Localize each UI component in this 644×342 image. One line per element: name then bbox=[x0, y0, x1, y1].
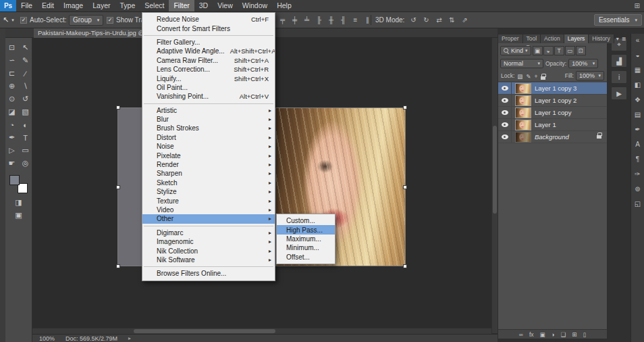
horizontal-scrollbar[interactable] bbox=[32, 328, 491, 334]
path-selection-tool-icon[interactable]: ▷ bbox=[5, 144, 19, 157]
menubar-item-select[interactable]: Select bbox=[140, 0, 169, 11]
filter-menu-item-liquify[interactable]: Liquify...Shift+Ctrl+X bbox=[142, 74, 275, 82]
transform-handle-mr[interactable] bbox=[403, 185, 407, 189]
opacity-dropdown[interactable]: 100% ▾ bbox=[568, 59, 598, 68]
brush-panel-icon[interactable]: ✑ bbox=[635, 170, 640, 179]
lock-position-icon[interactable]: + bbox=[533, 72, 538, 80]
pixel-layer-filter-icon[interactable]: ▣ bbox=[533, 46, 543, 55]
submenu-item-maximum[interactable]: Maximum... bbox=[277, 235, 335, 243]
rectangular-marquee-tool-icon[interactable]: ⊡ bbox=[5, 41, 19, 54]
panel-tab-proper[interactable]: Proper bbox=[498, 34, 523, 43]
filter-menu-item-reduce-noise[interactable]: Reduce NoiseCtrl+F bbox=[142, 15, 275, 24]
status-options-arrow-icon[interactable]: ▸ bbox=[128, 335, 131, 341]
layer-row-layer-1-copy-2[interactable]: Layer 1 copy 2 bbox=[498, 95, 607, 107]
menubar-item-layer[interactable]: Layer bbox=[88, 0, 115, 11]
lock-all-icon[interactable] bbox=[540, 72, 546, 80]
quick-mask-icon[interactable]: ◨ bbox=[15, 196, 22, 209]
blend-mode-dropdown[interactable]: Normal ▾ bbox=[500, 59, 543, 68]
quick-selection-tool-icon[interactable]: ✎ bbox=[19, 54, 32, 67]
dodge-tool-icon[interactable]: ◐ bbox=[19, 118, 32, 131]
smart-object-filter-icon[interactable]: ⊡ bbox=[576, 46, 586, 55]
paragraph-panel-icon[interactable]: ¶ bbox=[636, 155, 639, 164]
menubar-item-3d[interactable]: 3D bbox=[194, 0, 213, 11]
transform-handle-ml[interactable] bbox=[116, 185, 120, 189]
horizontal-scrollbar-thumb[interactable] bbox=[134, 329, 275, 333]
filter-menu-item-video[interactable]: Video▸ bbox=[142, 205, 275, 214]
swatches-panel-icon[interactable]: ▦ bbox=[635, 66, 641, 75]
distribute-horizontal-centers-icon[interactable]: ∥ bbox=[362, 15, 373, 26]
lock-transparent-pixels-icon[interactable]: ▨ bbox=[516, 72, 523, 80]
filter-menu-item-blur[interactable]: Blur▸ bbox=[142, 115, 275, 124]
actions-panel-icon[interactable]: ▶ bbox=[611, 87, 627, 100]
align-horizontal-centers-icon[interactable]: ╫ bbox=[325, 15, 337, 26]
filter-menu-item-sharpen[interactable]: Sharpen▸ bbox=[142, 169, 275, 178]
panel-tab-tool-p[interactable]: Tool P bbox=[523, 34, 541, 43]
layer-row-background[interactable]: Background bbox=[498, 131, 607, 143]
align-left-edges-icon[interactable]: ╟ bbox=[313, 15, 325, 26]
filter-menu-item-nik-collection[interactable]: Nik Collection▸ bbox=[142, 246, 275, 255]
filter-menu-item-distort[interactable]: Distort▸ bbox=[142, 133, 275, 142]
align-top-edges-icon[interactable]: ╤ bbox=[277, 15, 288, 26]
submenu-item-custom[interactable]: Custom... bbox=[277, 216, 335, 225]
filter-menu-item-camera-raw-filter[interactable]: Camera Raw Filter...Shift+Ctrl+A bbox=[142, 56, 275, 65]
type-tool-icon[interactable]: T bbox=[19, 131, 32, 144]
menubar-item-view[interactable]: View bbox=[213, 0, 238, 11]
3d-rotate-icon[interactable]: ↺ bbox=[408, 15, 419, 26]
layer-row-layer-1-copy[interactable]: Layer 1 copy bbox=[498, 107, 607, 119]
layer-filter-type-dropdown[interactable]: Kind ▾ bbox=[500, 46, 531, 55]
filter-menu-item-render[interactable]: Render▸ bbox=[142, 160, 275, 169]
fill-dropdown[interactable]: 100% ▾ bbox=[576, 71, 604, 80]
layer-visibility-toggle[interactable] bbox=[498, 119, 512, 130]
pen-tool-icon[interactable]: ✒ bbox=[5, 131, 19, 144]
expand-panels-icon[interactable]: « bbox=[636, 36, 640, 45]
layer-style-icon[interactable]: fx bbox=[529, 331, 534, 339]
vertical-scrollbar[interactable] bbox=[491, 38, 498, 333]
filter-menu-item-noise[interactable]: Noise▸ bbox=[142, 142, 275, 151]
clone-stamp-tool-icon[interactable]: ⊙ bbox=[5, 93, 19, 105]
submenu-item-offset[interactable]: Offset... bbox=[277, 253, 335, 262]
eyedropper-tool-icon[interactable]: ∕ bbox=[19, 67, 32, 80]
transform-handle-tr[interactable] bbox=[403, 105, 407, 109]
lock-image-pixels-icon[interactable]: ✎ bbox=[525, 72, 531, 80]
healing-brush-tool-icon[interactable]: ⊕ bbox=[5, 80, 19, 93]
timeline-panel-icon[interactable]: ◱ bbox=[635, 200, 641, 209]
transform-handle-tl[interactable] bbox=[116, 105, 120, 109]
zoom-tool-icon[interactable]: ◎ bbox=[19, 157, 32, 170]
layer-visibility-toggle[interactable] bbox=[498, 82, 512, 94]
panel-tab-history[interactable]: History bbox=[589, 34, 614, 43]
filter-menu-item-oil-paint[interactable]: Oil Paint... bbox=[142, 83, 275, 92]
layer-visibility-toggle[interactable] bbox=[498, 95, 512, 106]
3d-slide-icon[interactable]: ⇅ bbox=[446, 15, 458, 26]
workspace-switcher-icon[interactable]: ⊞ bbox=[635, 2, 640, 9]
menubar-item-type[interactable]: Type bbox=[115, 0, 140, 11]
filter-menu-item-lens-correction[interactable]: Lens Correction...Shift+Ctrl+R bbox=[142, 65, 275, 74]
panel-tab-layers[interactable]: Layers bbox=[564, 34, 589, 43]
lasso-tool-icon[interactable]: ∽ bbox=[5, 54, 19, 67]
paths-panel-icon[interactable]: ✒ bbox=[635, 126, 640, 135]
layer-visibility-toggle[interactable] bbox=[498, 107, 512, 118]
panel-tab-action[interactable]: Action bbox=[541, 34, 564, 43]
styles-panel-icon[interactable]: ❖ bbox=[635, 96, 641, 105]
vertical-scrollbar-thumb[interactable] bbox=[493, 126, 497, 214]
eraser-tool-icon[interactable]: ◪ bbox=[5, 105, 19, 118]
auto-select-checkbox[interactable]: ✓ Auto-Select: bbox=[20, 12, 66, 28]
screen-mode-icon[interactable]: ▣ bbox=[15, 209, 22, 222]
layer-row-layer-1-copy-3[interactable]: Layer 1 copy 3 bbox=[498, 82, 607, 95]
filter-menu-item-nik-software[interactable]: Nik Software▸ bbox=[142, 255, 275, 264]
panel-menu-icon[interactable]: ≣ bbox=[622, 36, 626, 42]
filter-menu-item-convert-for-smart-filters[interactable]: Convert for Smart Filters bbox=[142, 24, 275, 32]
gradient-tool-icon[interactable]: ▧ bbox=[19, 105, 32, 118]
histogram-panel-icon[interactable]: ▟ bbox=[611, 54, 627, 68]
filter-menu-item-filter-gallery[interactable]: Filter Gallery... bbox=[142, 38, 275, 47]
filter-menu-item-pixelate[interactable]: Pixelate▸ bbox=[142, 151, 275, 160]
filter-menu-item-vanishing-point[interactable]: Vanishing Point...Alt+Ctrl+V bbox=[142, 92, 275, 101]
workspace-dropdown[interactable]: Essentials ▾ bbox=[594, 14, 642, 26]
add-layer-mask-icon[interactable]: ▣ bbox=[540, 331, 545, 339]
menubar-item-help[interactable]: Help bbox=[272, 0, 296, 11]
filter-menu-item-digimarc[interactable]: Digimarc▸ bbox=[142, 228, 275, 237]
menubar-item-image[interactable]: Image bbox=[59, 0, 88, 11]
align-right-edges-icon[interactable]: ╢ bbox=[338, 15, 349, 26]
link-layers-icon[interactable]: ∞ bbox=[519, 331, 523, 339]
filter-menu-item-imagenomic[interactable]: Imagenomic▸ bbox=[142, 237, 275, 246]
3d-scale-icon[interactable]: ⇗ bbox=[459, 15, 471, 26]
